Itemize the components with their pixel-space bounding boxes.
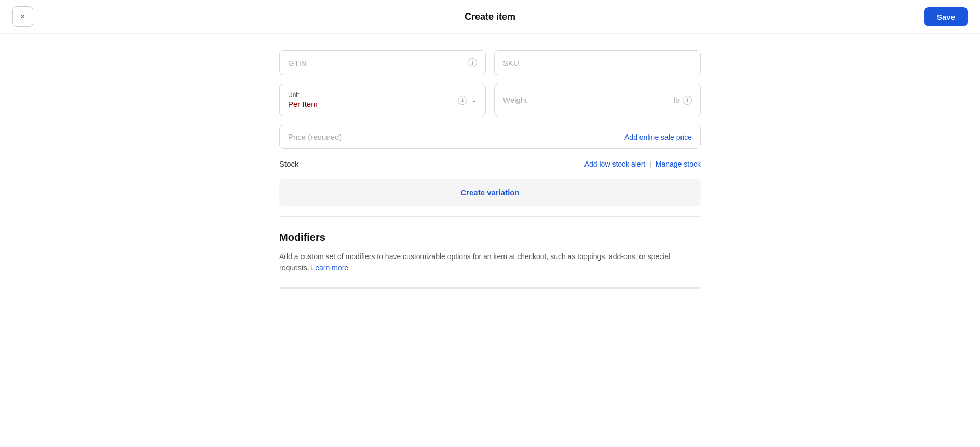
close-icon: × [20, 12, 25, 21]
gtin-sku-row: ℹ [279, 50, 701, 75]
header: × Create item Save [0, 0, 980, 34]
page-title: Create item [465, 11, 515, 22]
sku-input[interactable] [503, 59, 692, 67]
stock-label: Stock [279, 159, 299, 168]
modifiers-description: Add a custom set of modifiers to have cu… [279, 251, 701, 274]
stock-divider: | [649, 160, 651, 168]
bottom-bar [279, 287, 701, 289]
price-input[interactable] [288, 132, 624, 141]
unit-content: Unit Per Item [288, 91, 454, 109]
unit-info-icon[interactable]: ℹ [458, 96, 467, 105]
section-divider [279, 216, 701, 217]
unit-value: Per Item [288, 100, 454, 109]
weight-info-icon[interactable]: ℹ [683, 96, 692, 105]
add-low-stock-alert-link[interactable]: Add low stock alert [584, 160, 646, 168]
gtin-field[interactable]: ℹ [279, 50, 486, 75]
price-field[interactable]: Add online sale price [279, 125, 701, 149]
unit-chevron-icon[interactable]: ⌄ [471, 96, 477, 104]
gtin-input[interactable] [288, 59, 468, 67]
sku-field[interactable] [494, 50, 701, 75]
gtin-info-icon[interactable]: ℹ [468, 58, 477, 67]
stock-row: Stock Add low stock alert | Manage stock [279, 159, 701, 168]
unit-field-icons: ℹ ⌄ [458, 96, 477, 105]
create-variation-button[interactable]: Create variation [279, 179, 701, 206]
close-button[interactable]: × [12, 6, 33, 27]
weight-input[interactable] [503, 96, 674, 104]
save-button[interactable]: Save [924, 7, 968, 26]
manage-stock-link[interactable]: Manage stock [656, 160, 701, 168]
unit-label: Unit [288, 91, 454, 99]
main-content: ℹ Unit Per Item ℹ ⌄ lb ℹ Add online sale… [267, 34, 713, 305]
modifiers-title: Modifiers [279, 232, 701, 243]
weight-field[interactable]: lb ℹ [494, 84, 701, 116]
add-sale-price-link[interactable]: Add online sale price [624, 133, 692, 141]
stock-actions: Add low stock alert | Manage stock [584, 160, 701, 168]
unit-field[interactable]: Unit Per Item ℹ ⌄ [279, 84, 486, 116]
unit-weight-row: Unit Per Item ℹ ⌄ lb ℹ [279, 84, 701, 116]
modifiers-section: Modifiers Add a custom set of modifiers … [279, 232, 701, 289]
learn-more-link[interactable]: Learn more [311, 264, 348, 272]
weight-unit-label: lb [674, 96, 679, 104]
